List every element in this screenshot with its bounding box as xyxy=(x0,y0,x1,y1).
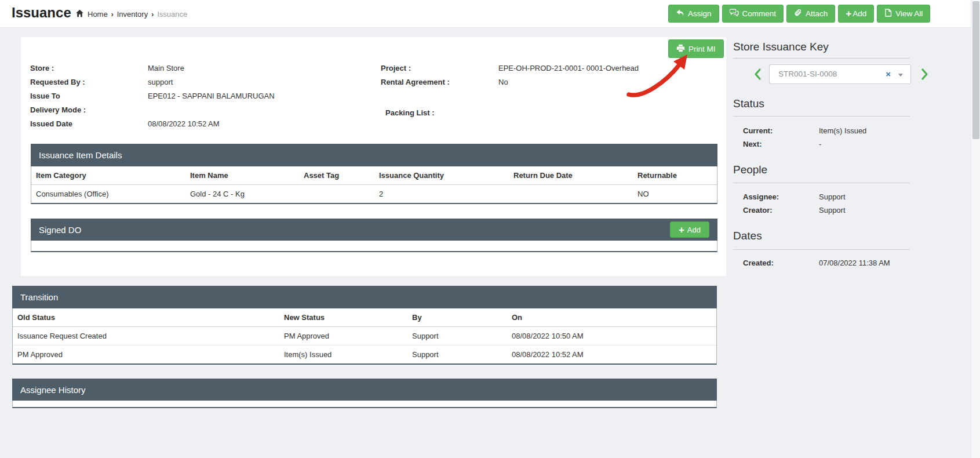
row-value: - xyxy=(819,139,821,150)
col-asset-tag: Asset Tag xyxy=(299,166,374,185)
divider xyxy=(733,249,910,250)
field-requested-by: Requested By : support xyxy=(30,75,366,89)
section-title: Signed DO xyxy=(39,225,81,235)
dates-section-title: Dates xyxy=(733,230,762,242)
clear-x-icon[interactable]: × xyxy=(886,69,891,79)
field-label: Delivery Mode : xyxy=(30,103,86,117)
col-on: On xyxy=(507,308,716,327)
field-value: Main Store xyxy=(148,61,184,75)
col-returnable: Returnable xyxy=(633,166,717,185)
cell-item-category: Consumables (Office) xyxy=(31,185,185,203)
print-mi-label: Print MI xyxy=(688,45,716,53)
field-project: Project : EPE-OH-PROD-21-0001- 0001-Over… xyxy=(381,61,717,75)
col-item-category: Item Category xyxy=(31,166,185,185)
cell-by: Support xyxy=(407,327,507,346)
row-label: Created: xyxy=(743,257,774,269)
section-title: Transition xyxy=(20,292,58,302)
table-header-row: Old Status New Status By On xyxy=(13,308,716,327)
field-label: Project : xyxy=(381,61,411,75)
item-details-table: Item Category Item Name Asset Tag Issuan… xyxy=(31,166,717,203)
issuance-page: Issuance Home › Inventory › Issuance Ass… xyxy=(0,0,980,458)
assign-label: Assign xyxy=(688,9,712,18)
reply-arrow-icon xyxy=(676,9,684,19)
cell-return-due-date xyxy=(509,185,633,203)
row-value: Support xyxy=(819,191,846,203)
field-issued-date: Issued Date 08/08/2022 10:52 AM xyxy=(30,117,366,131)
view-all-button[interactable]: View All xyxy=(877,5,930,23)
field-label: Requested By : xyxy=(30,75,85,89)
assign-button[interactable]: Assign xyxy=(668,5,719,23)
field-label: Issued Date xyxy=(30,117,72,131)
status-next-row: Next: - xyxy=(743,139,911,150)
attach-button[interactable]: Attach xyxy=(786,5,835,23)
divider xyxy=(733,116,910,117)
cell-new-status: PM Approved xyxy=(279,327,407,346)
comment-label: Comment xyxy=(742,9,777,18)
field-label: Issue To xyxy=(30,89,60,103)
dates-created-row: Created: 07/08/2022 11:38 AM xyxy=(743,257,911,269)
comment-button[interactable]: Comment xyxy=(722,5,784,23)
field-value: EPE-OH-PROD-21-0001- 0001-Overhead xyxy=(498,61,639,75)
col-new-status: New Status xyxy=(279,308,407,327)
comment-bubbles-icon xyxy=(730,9,739,19)
row-value: Item(s) Issued xyxy=(819,125,866,137)
signed-do-add-label: Add xyxy=(687,226,701,234)
people-assignee-row: Assignee: Support xyxy=(743,191,911,203)
top-header-bar: Issuance Home › Inventory › Issuance Ass… xyxy=(0,0,980,28)
signed-do-section: Signed DO + Add xyxy=(31,219,717,252)
home-icon[interactable] xyxy=(75,9,84,19)
signed-do-body xyxy=(31,241,717,252)
breadcrumb-separator: › xyxy=(111,10,114,19)
cell-asset-tag xyxy=(299,185,374,203)
row-label: Assignee: xyxy=(743,191,779,203)
people-creator-row: Creator: Support xyxy=(743,205,911,216)
cell-by: Support xyxy=(407,346,507,364)
divider xyxy=(733,58,910,59)
row-value: Support xyxy=(819,205,846,216)
plus-icon: + xyxy=(846,9,851,19)
cell-old-status: Issuance Request Created xyxy=(13,327,279,346)
scrollbar-thumb[interactable] xyxy=(972,1,979,139)
breadcrumb-home[interactable]: Home xyxy=(88,10,108,19)
field-rental-agreement: Rental Agreement : No xyxy=(381,75,717,89)
field-label: Rental Agreement : xyxy=(381,75,450,89)
chevron-right-icon[interactable] xyxy=(919,67,930,81)
add-button[interactable]: + Add xyxy=(838,5,874,23)
assignee-history-header: Assignee History xyxy=(12,379,717,401)
field-value: EPE012 - SAPPANI BALAMURUGAN xyxy=(148,89,275,103)
issuance-key-value: STR001-SI-0008 xyxy=(778,70,837,78)
breadcrumb-inventory[interactable]: Inventory xyxy=(117,10,148,19)
transition-table: Old Status New Status By On Issuance Req… xyxy=(13,308,716,364)
breadcrumb-current: Issuance xyxy=(157,10,187,19)
row-label: Next: xyxy=(743,139,762,150)
cell-new-status: Item(s) Issued xyxy=(279,346,407,364)
signed-do-add-button[interactable]: + Add xyxy=(670,221,709,238)
issuance-key-select[interactable]: STR001-SI-0008 × xyxy=(769,64,911,84)
scrollbar-track[interactable] xyxy=(971,0,980,458)
print-mi-button[interactable]: Print MI xyxy=(668,39,724,58)
chevron-left-icon[interactable] xyxy=(753,67,763,81)
cell-issuance-quantity: 2 xyxy=(374,185,509,203)
table-row: Consumables (Office) Gold - 24 C - Kg 2 … xyxy=(31,185,717,203)
cell-old-status: PM Approved xyxy=(13,346,279,364)
assignee-history-section: Assignee History xyxy=(12,379,717,408)
field-value: 08/08/2022 10:52 AM xyxy=(148,117,220,131)
view-all-label: View All xyxy=(895,9,923,18)
col-issuance-quantity: Issuance Quantity xyxy=(374,166,509,185)
field-value: support xyxy=(148,75,173,89)
breadcrumb-separator: › xyxy=(151,10,154,19)
row-label: Current: xyxy=(743,125,773,137)
transition-header: Transition xyxy=(12,286,717,308)
issuance-item-details-section: Issuance Item Details Item Category Item… xyxy=(31,144,717,204)
section-title: Assignee History xyxy=(20,385,86,395)
printer-icon xyxy=(676,44,685,54)
add-label: Add xyxy=(853,9,866,18)
signed-do-header: Signed DO + Add xyxy=(31,219,717,241)
col-return-due-date: Return Due Date xyxy=(509,166,633,185)
transition-body: Old Status New Status By On Issuance Req… xyxy=(12,308,717,365)
transition-section: Transition Old Status New Status By On I… xyxy=(12,286,717,365)
cell-item-name: Gold - 24 C - Kg xyxy=(185,185,299,203)
field-label: Store : xyxy=(30,61,54,75)
field-label: Packing List : xyxy=(385,106,435,120)
header-actions: Assign Comment Attach + Add xyxy=(668,5,930,23)
